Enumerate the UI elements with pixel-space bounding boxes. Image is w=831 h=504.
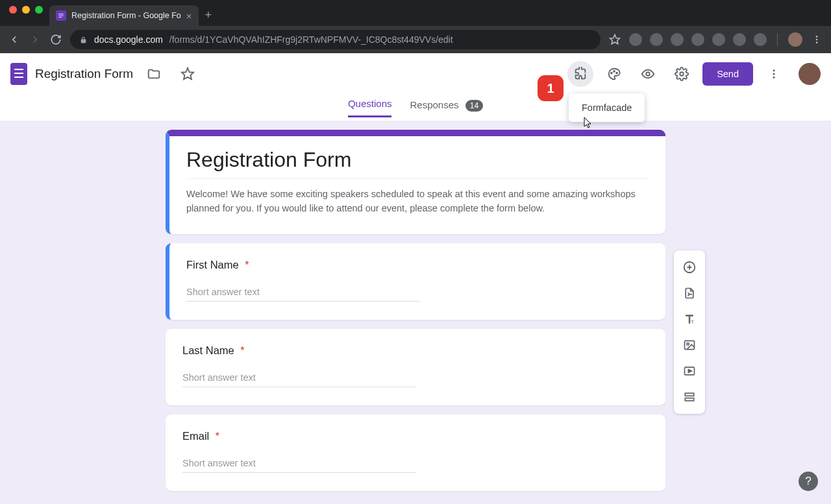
svg-rect-2	[58, 17, 62, 18]
add-image-button[interactable]	[674, 332, 705, 358]
answer-placeholder: Short answer text	[182, 458, 416, 473]
extension-icon[interactable]	[712, 33, 725, 46]
addon-popover-formfacade[interactable]: Formfacade	[569, 93, 645, 122]
form-header-card[interactable]: Registration Form Welcome! We have some …	[166, 130, 665, 234]
app-header: Registration Form Send	[0, 53, 831, 95]
separator	[777, 33, 778, 46]
doc-tabs: Questions Responses 14	[0, 95, 831, 121]
chrome-menu-icon[interactable]	[810, 33, 823, 46]
browser-chrome: Registration Form - Google Fo × + docs.g…	[0, 0, 831, 53]
svg-rect-1	[58, 16, 64, 16]
required-star-icon: *	[216, 431, 219, 442]
add-question-button[interactable]	[674, 254, 705, 280]
svg-point-22	[687, 343, 689, 345]
question-label[interactable]: Last Name	[182, 344, 234, 356]
svg-point-13	[773, 69, 775, 71]
question-card[interactable]: First Name * Short answer text	[166, 243, 665, 320]
lock-icon	[79, 36, 88, 44]
import-questions-button[interactable]	[674, 280, 705, 306]
doc-title[interactable]: Registration Form	[35, 67, 133, 81]
forms-logo-icon[interactable]	[10, 63, 27, 85]
addons-button[interactable]	[567, 61, 593, 87]
answer-placeholder: Short answer text	[186, 287, 420, 302]
svg-marker-24	[688, 370, 691, 373]
side-toolbar: T	[674, 250, 705, 414]
tab-questions[interactable]: Questions	[348, 98, 392, 117]
addon-name-label: Formfacade	[582, 102, 632, 113]
svg-rect-26	[685, 398, 693, 401]
back-button[interactable]	[8, 33, 21, 46]
svg-point-6	[816, 42, 818, 43]
forward-button[interactable]	[29, 33, 42, 46]
extension-icon[interactable]	[754, 33, 767, 46]
responses-count-badge: 14	[465, 100, 483, 112]
svg-point-11	[646, 72, 650, 76]
question-card[interactable]: Last Name * Short answer text	[166, 329, 665, 405]
omnibox[interactable]: docs.google.com/forms/d/1YCaVhQVAhIZHFrg…	[70, 30, 601, 49]
required-star-icon: *	[245, 259, 249, 270]
extension-icon[interactable]	[733, 33, 746, 46]
question-card[interactable]: Email * Short answer text	[166, 414, 665, 491]
theme-button[interactable]	[601, 61, 627, 87]
url-host: docs.google.com	[94, 34, 163, 45]
svg-rect-25	[685, 393, 693, 396]
tab-close-icon[interactable]: ×	[186, 10, 192, 21]
extension-icon[interactable]	[691, 33, 704, 46]
svg-rect-0	[58, 14, 64, 14]
mac-close-icon[interactable]	[9, 6, 17, 14]
form-canvas: Registration Form Welcome! We have some …	[0, 121, 831, 504]
chrome-profile-avatar[interactable]	[788, 32, 802, 47]
annotation-badge-1: 1	[538, 75, 564, 101]
new-tab-button[interactable]: +	[199, 5, 219, 26]
mac-maximize-icon[interactable]	[35, 6, 43, 14]
answer-placeholder: Short answer text	[182, 372, 416, 387]
tab-title: Registration Form - Google Fo	[71, 11, 181, 20]
send-button[interactable]: Send	[702, 62, 753, 86]
form-title[interactable]: Registration Form	[186, 148, 649, 172]
extensions-row	[629, 32, 823, 47]
add-section-button[interactable]	[674, 384, 705, 410]
forms-favicon-icon	[56, 10, 66, 21]
tab-responses[interactable]: Responses 14	[410, 99, 483, 117]
svg-point-4	[816, 36, 818, 38]
tab-strip: Registration Form - Google Fo × +	[0, 0, 831, 26]
svg-text:T: T	[691, 319, 695, 325]
extension-icon[interactable]	[671, 33, 684, 46]
reload-button[interactable]	[49, 33, 62, 46]
question-label[interactable]: Email	[182, 430, 209, 442]
address-bar: docs.google.com/forms/d/1YCaVhQVAhIZHFrg…	[0, 26, 831, 53]
form-description[interactable]: Welcome! We have some exciting speakers …	[186, 178, 649, 216]
required-star-icon: *	[240, 345, 244, 356]
url-path: /forms/d/1YCaVhQVAhIZHFrg9j2RTwNPFMVV-_I…	[169, 34, 453, 45]
extension-icon[interactable]	[629, 33, 642, 46]
svg-point-10	[616, 73, 617, 74]
star-button[interactable]	[175, 61, 201, 87]
svg-point-5	[816, 39, 818, 41]
add-video-button[interactable]	[674, 358, 705, 384]
mac-minimize-icon[interactable]	[22, 6, 30, 14]
preview-button[interactable]	[635, 61, 661, 87]
add-title-button[interactable]: T	[674, 306, 705, 332]
account-avatar[interactable]	[799, 63, 821, 85]
svg-point-8	[611, 73, 612, 74]
tab-responses-label: Responses	[410, 99, 458, 110]
mac-window-controls	[5, 6, 49, 20]
svg-marker-7	[182, 68, 193, 79]
svg-point-15	[773, 77, 775, 78]
svg-point-9	[614, 71, 615, 72]
extension-icon[interactable]	[650, 33, 663, 46]
browser-tab[interactable]: Registration Form - Google Fo ×	[49, 5, 199, 26]
bookmark-star-icon[interactable]	[608, 33, 621, 46]
move-to-folder-button[interactable]	[141, 61, 167, 87]
svg-point-12	[680, 72, 684, 76]
help-button[interactable]: ?	[799, 472, 818, 491]
question-label[interactable]: First Name	[186, 259, 239, 270]
svg-point-14	[773, 73, 775, 75]
more-menu-button[interactable]	[761, 61, 787, 87]
settings-button[interactable]	[669, 61, 695, 87]
svg-marker-3	[610, 35, 620, 44]
